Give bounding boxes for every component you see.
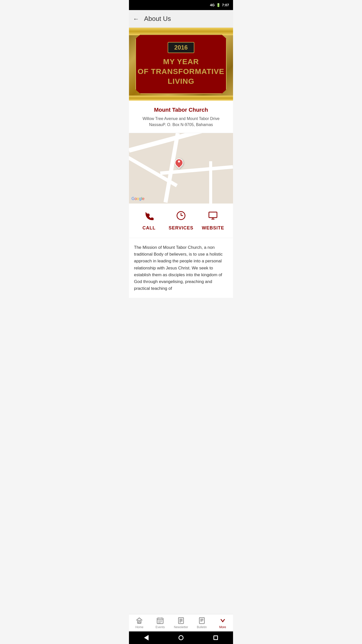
map-road (164, 133, 180, 203)
website-button[interactable]: WEBSITE (197, 211, 229, 231)
banner-content: 2016 MY YEAR OF TRANSFORMATIVE LIVING (135, 34, 227, 94)
call-button[interactable]: CALL (133, 211, 165, 231)
banner-image: 2016 MY YEAR OF TRANSFORMATIVE LIVING (129, 28, 233, 101)
map-road (209, 161, 212, 204)
map-pin (175, 158, 183, 167)
phone-icon (144, 211, 154, 223)
map-roads (129, 133, 233, 204)
header: ← About Us (129, 10, 233, 28)
svg-rect-3 (209, 212, 217, 218)
church-info: Mount Tabor Church Willow Tree Avenue an… (129, 101, 233, 133)
website-label: WEBSITE (202, 225, 224, 231)
battery-icon: 🔋 (216, 3, 220, 7)
page-title: About Us (144, 15, 171, 23)
map-road (129, 133, 230, 153)
church-name: Mount Tabor Church (133, 107, 229, 113)
status-icons: 4G 🔋 7:07 (210, 3, 229, 7)
time-display: 7:07 (222, 3, 229, 7)
clock-icon (176, 211, 186, 223)
google-watermark: Google (131, 196, 145, 201)
banner-tagline: MY YEAR OF TRANSFORMATIVE LIVING (138, 57, 224, 86)
call-label: CALL (143, 225, 156, 231)
mission-text: The Mission of Mount Tabor Church, a non… (129, 238, 233, 298)
services-button[interactable]: SERVICES (165, 211, 197, 231)
services-label: SERVICES (169, 225, 194, 231)
action-buttons: CALL SERVICES WEBSITE (129, 204, 233, 238)
map-view[interactable]: Google (129, 133, 233, 204)
ribbon-bottom (129, 96, 233, 101)
map-pin-dot (178, 160, 180, 163)
banner-year: 2016 (168, 42, 194, 53)
church-address: Willow Tree Avenue and Mount Tabor Drive… (133, 116, 229, 128)
signal-icon: 4G (210, 3, 215, 7)
status-bar: 4G 🔋 7:07 (129, 0, 233, 10)
ribbon-top (129, 28, 233, 35)
back-button[interactable]: ← (133, 15, 139, 22)
monitor-icon (208, 211, 218, 223)
